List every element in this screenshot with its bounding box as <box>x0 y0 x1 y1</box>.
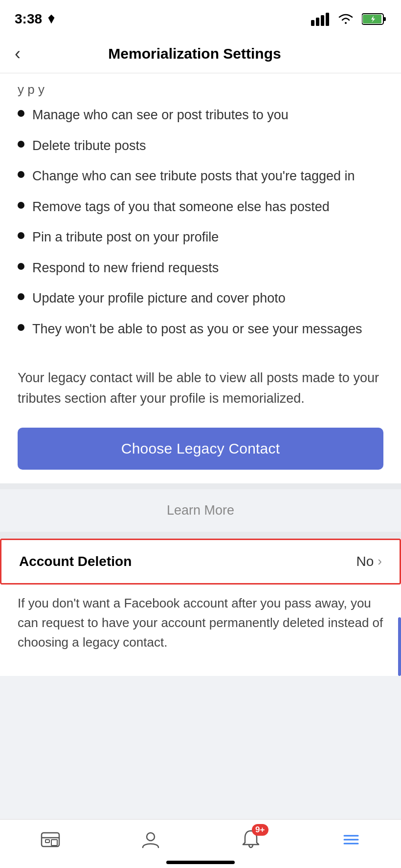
list-item: Delete tribute posts <box>18 136 383 156</box>
svg-rect-3 <box>326 13 329 26</box>
status-time: 3:38 <box>15 11 57 27</box>
list-item: They won't be able to post as you or see… <box>18 319 383 339</box>
profile-icon <box>139 828 162 851</box>
bullet-list-section: Manage who can see or post tributes to y… <box>0 99 401 363</box>
bullet-dot <box>18 293 24 300</box>
bullet-dot <box>18 263 24 270</box>
list-item: Update your profile picture and cover ph… <box>18 288 383 308</box>
bullet-text: Respond to new friend requests <box>32 258 219 278</box>
bullet-dot <box>18 232 24 239</box>
learn-more-button[interactable]: Learn More <box>0 489 401 532</box>
bullet-dot <box>18 141 24 148</box>
learn-more-section: Learn More <box>0 489 401 532</box>
bullet-dot <box>18 110 24 117</box>
account-deletion-description: If you don't want a Facebook account aft… <box>0 585 401 666</box>
chevron-right-icon: › <box>378 554 382 569</box>
bullet-dot <box>18 171 24 178</box>
list-item: Change who can see tribute posts that yo… <box>18 166 383 186</box>
account-deletion-value: No › <box>356 554 382 569</box>
page-title: Memorialization Settings <box>30 45 359 62</box>
home-icon <box>39 828 62 851</box>
bullet-text: Delete tribute posts <box>32 136 146 156</box>
tab-notifications[interactable]: 9+ <box>239 828 263 851</box>
scroll-indicator <box>398 617 401 676</box>
status-bar: 3:38 <box>0 0 401 34</box>
home-indicator <box>166 861 235 864</box>
back-button[interactable]: ‹ <box>15 43 21 64</box>
list-item: Respond to new friend requests <box>18 258 383 278</box>
bullet-text: Manage who can see or post tributes to y… <box>32 105 289 125</box>
list-item: Manage who can see or post tributes to y… <box>18 105 383 125</box>
svg-rect-5 <box>383 17 386 21</box>
bullet-text: Change who can see tribute posts that yo… <box>32 166 355 186</box>
section-gap <box>0 532 401 539</box>
svg-point-11 <box>147 833 155 841</box>
list-item: Pin a tribute post on your profile <box>18 227 383 247</box>
tab-bar-spacer <box>0 676 401 735</box>
legacy-contact-info: Your legacy contact will be able to view… <box>0 363 401 423</box>
choose-legacy-button[interactable]: Choose Legacy Contact <box>18 428 383 470</box>
notification-badge: 9+ <box>252 824 268 836</box>
svg-rect-2 <box>321 15 324 26</box>
time-display: 3:38 <box>15 11 42 27</box>
partial-scroll-text: y p y <box>0 73 401 99</box>
status-icons <box>311 12 386 26</box>
tab-profile[interactable] <box>139 828 162 851</box>
signal-icon <box>311 12 330 26</box>
bullet-dot <box>18 324 24 331</box>
bullet-text: They won't be able to post as you or see… <box>32 319 362 339</box>
scroll-area <box>0 666 401 676</box>
list-item: Remove tags of you that someone else has… <box>18 197 383 217</box>
svg-rect-10 <box>51 840 57 846</box>
main-content: y p y Manage who can see or post tribute… <box>0 73 401 676</box>
svg-rect-0 <box>311 20 314 26</box>
bullet-text: Remove tags of you that someone else has… <box>32 197 330 217</box>
wifi-icon <box>336 12 355 26</box>
tab-menu[interactable] <box>339 828 363 851</box>
choose-legacy-container: Choose Legacy Contact <box>0 423 401 483</box>
account-deletion-label: Account Deletion <box>19 554 132 569</box>
location-icon <box>46 14 57 24</box>
account-deletion-status: No <box>356 554 374 569</box>
tab-home[interactable] <box>39 828 62 851</box>
bullet-text: Update your profile picture and cover ph… <box>32 288 286 308</box>
bullet-text: Pin a tribute post on your profile <box>32 227 219 247</box>
battery-icon <box>362 13 386 25</box>
svg-rect-1 <box>316 18 319 26</box>
bullet-dot <box>18 202 24 209</box>
svg-rect-9 <box>45 840 49 843</box>
section-divider <box>0 483 401 489</box>
page-header: ‹ Memorialization Settings <box>0 34 401 73</box>
menu-icon <box>339 828 363 851</box>
account-deletion-row[interactable]: Account Deletion No › <box>0 539 401 585</box>
